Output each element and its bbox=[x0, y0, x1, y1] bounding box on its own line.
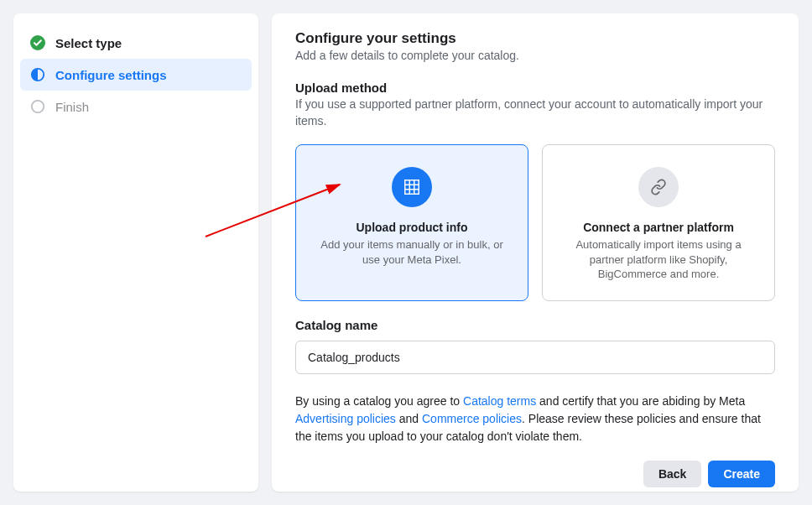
step-label: Configure settings bbox=[55, 68, 167, 82]
catalog-name-label: Catalog name bbox=[295, 318, 775, 332]
catalog-terms-link[interactable]: Catalog terms bbox=[463, 394, 536, 408]
main-panel: Configure your settings Add a few detail… bbox=[272, 13, 799, 492]
footer-actions: Back Create bbox=[295, 445, 775, 487]
upload-method-options: Upload product info Add your items manua… bbox=[295, 144, 775, 301]
commerce-policies-link[interactable]: Commerce policies bbox=[422, 412, 522, 425]
step-label: Select type bbox=[55, 36, 122, 50]
steps-sidebar: Select type Configure settings Finish bbox=[13, 13, 258, 492]
option-desc: Automatically import items using a partn… bbox=[563, 237, 754, 282]
advertising-policies-link[interactable]: Advertising policies bbox=[295, 412, 396, 425]
upload-method-label: Upload method bbox=[295, 81, 775, 95]
page-subtitle: Add a few details to complete your catal… bbox=[295, 49, 775, 62]
option-connect-partner[interactable]: Connect a partner platform Automatically… bbox=[542, 144, 775, 301]
catalog-name-input[interactable] bbox=[295, 341, 775, 374]
step-select-type[interactable]: Select type bbox=[20, 27, 252, 59]
upload-method-help: If you use a supported partner platform,… bbox=[295, 96, 775, 129]
step-finish[interactable]: Finish bbox=[20, 91, 252, 122]
check-circle-icon bbox=[30, 35, 45, 50]
create-button[interactable]: Create bbox=[708, 461, 775, 487]
empty-circle-icon bbox=[30, 99, 45, 114]
svg-point-2 bbox=[32, 101, 44, 112]
page-title: Configure your settings bbox=[295, 30, 775, 47]
option-desc: Add your items manually or in bulk, or u… bbox=[316, 237, 508, 267]
step-configure-settings[interactable]: Configure settings bbox=[20, 59, 252, 91]
option-title: Connect a partner platform bbox=[583, 221, 734, 234]
option-title: Upload product info bbox=[357, 221, 468, 234]
agreement-text: By using a catalog you agree to Catalog … bbox=[295, 393, 775, 445]
svg-rect-3 bbox=[405, 180, 419, 195]
step-label: Finish bbox=[55, 100, 89, 114]
option-upload-product-info[interactable]: Upload product info Add your items manua… bbox=[295, 144, 528, 301]
back-button[interactable]: Back bbox=[643, 461, 701, 487]
half-circle-icon bbox=[30, 67, 45, 82]
grid-icon bbox=[392, 167, 432, 207]
link-icon bbox=[638, 167, 679, 207]
